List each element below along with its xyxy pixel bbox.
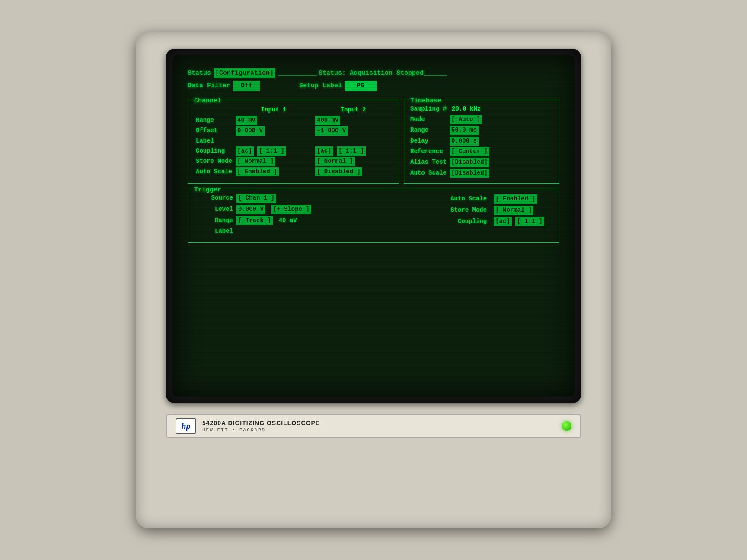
- ch-header-input2: Input 2: [313, 105, 393, 116]
- table-row: Auto Scale [ Enabled ] [ Disabled ]: [194, 167, 393, 177]
- data-filter-label: Data Filter: [188, 81, 230, 91]
- tb-delay-val: 0.000 s: [450, 137, 553, 146]
- tb-sampling-row: Sampling @ 20.0 kHz: [410, 105, 553, 114]
- channel-box: Channel Input 1 Input 2: [188, 100, 399, 184]
- trigger-box: Trigger Source [ Chan 1 ] Level 0.000 V: [188, 189, 559, 243]
- tb-mode-label: Mode: [410, 115, 447, 124]
- ch-header-input1: Input 1: [234, 105, 313, 116]
- setup-label-label: Setup Label: [299, 81, 342, 91]
- model-text: 54200A DIGITIZING OSCILLOSCOPE: [202, 420, 320, 426]
- trig-level-label: Level: [207, 205, 233, 214]
- trig-source-label: Source: [207, 194, 233, 203]
- sections-row: Channel Input 1 Input 2: [188, 100, 559, 184]
- tb-reference-row: Reference [ Center ]: [410, 147, 553, 156]
- trig-source-val: [ Chan 1 ]: [236, 194, 276, 203]
- tb-mode-val: [ Auto ]: [450, 115, 553, 124]
- tb-alias-label: Alias Test: [410, 158, 447, 167]
- table-row: Label: [194, 136, 393, 146]
- tb-autoscale-val: [Disabled]: [450, 169, 553, 178]
- trig-range-extra: 40 mV: [279, 216, 297, 226]
- trig-coupling-val: [ac] [ 1:1 ]: [494, 217, 544, 226]
- trig-range-val: [ Track ]: [236, 216, 273, 226]
- status-dashes2: ______: [424, 68, 447, 78]
- tb-range-label: Range: [410, 126, 447, 135]
- trig-autoscale-row: Auto Scale [ Enabled ]: [444, 194, 544, 204]
- trigger-right: Auto Scale [ Enabled ] Store Mode [ Norm…: [444, 194, 553, 238]
- tb-range-row: Range 50.0 ms: [410, 126, 553, 135]
- timebase-box: Timebase Sampling @ 20.0 kHz Mode [ Auto…: [404, 100, 559, 184]
- power-led: [562, 421, 571, 431]
- table-row: Offset 0.000 V -1.000 V: [194, 126, 393, 136]
- screen-bezel: Status [Configuration] __________ Status…: [166, 49, 581, 403]
- trigger-content: Source [ Chan 1 ] Level 0.000 V [+ Slope…: [194, 194, 553, 238]
- setup-label-val: PG: [345, 81, 377, 91]
- hp-logo-area: hp 54200A DIGITIZING OSCILLOSCOPE HEWLET…: [176, 418, 320, 434]
- trigger-title: Trigger: [192, 185, 223, 195]
- channel-title: Channel: [192, 96, 223, 106]
- tb-reference-val: [ Center ]: [450, 147, 553, 156]
- sampling-label: Sampling @: [410, 105, 447, 114]
- data-filter-val: Off: [233, 81, 260, 91]
- trig-range-row: Range [ Track ] 40 mV: [207, 216, 311, 226]
- status-row-1: Status [Configuration] __________ Status…: [188, 68, 559, 78]
- tb-autoscale-row: Auto Scale [Disabled]: [410, 169, 553, 178]
- channel-table: Input 1 Input 2 Range 40 mV 400 mV: [194, 105, 393, 177]
- hp-logo-text: hp: [181, 421, 190, 431]
- tb-delay-row: Delay 0.000 s: [410, 137, 553, 146]
- table-row: Store Mode [ Normal ] [ Normal ]: [194, 156, 393, 167]
- hp-logo: hp: [176, 418, 196, 434]
- tb-delay-label: Delay: [410, 137, 447, 146]
- trig-label-label: Label: [207, 227, 233, 236]
- monitor: Status [Configuration] __________ Status…: [136, 32, 611, 528]
- trig-coupling-label: Coupling: [444, 217, 487, 226]
- timebase-title: Timebase: [409, 96, 443, 106]
- tb-reference-label: Reference: [410, 147, 447, 156]
- trig-autoscale-label: Auto Scale: [444, 194, 487, 204]
- trig-slope-val: [+ Slope ]: [271, 205, 311, 214]
- status-row-2: Data Filter Off Setup Label PG: [188, 81, 559, 91]
- status-dashes1: __________: [278, 68, 317, 78]
- tb-alias-row: Alias Test [Disabled]: [410, 158, 553, 167]
- sampling-val: 20.0 kHz: [452, 105, 481, 114]
- screen-content: Status [Configuration] __________ Status…: [188, 68, 559, 243]
- tb-mode-row: Mode [ Auto ]: [410, 115, 553, 124]
- status-text: Status: Acquisition Stopped: [319, 68, 424, 78]
- trig-source-row: Source [ Chan 1 ]: [207, 194, 311, 203]
- hp-brand-text: 54200A DIGITIZING OSCILLOSCOPE HEWLETT •…: [202, 420, 320, 433]
- ch-header-empty: [194, 105, 234, 116]
- screen: Status [Configuration] __________ Status…: [172, 55, 575, 397]
- trig-storemode-val: [ Normal ]: [494, 206, 533, 215]
- trig-label-row: Label: [207, 227, 311, 236]
- tb-autoscale-label: Auto Scale: [410, 169, 447, 178]
- trig-level-val: 0.000 V: [236, 205, 265, 214]
- monitor-footer: hp 54200A DIGITIZING OSCILLOSCOPE HEWLET…: [166, 414, 581, 438]
- trig-storemode-row: Store Mode [ Normal ]: [444, 206, 544, 215]
- status-config: [Configuration]: [214, 68, 275, 78]
- tb-range-val: 50.0 ms: [450, 126, 553, 135]
- trig-level-row: Level 0.000 V [+ Slope ]: [207, 205, 311, 214]
- trig-storemode-label: Store Mode: [444, 206, 487, 215]
- table-row: Range 40 mV 400 mV: [194, 115, 393, 126]
- tb-alias-val: [Disabled]: [450, 158, 553, 167]
- table-row: Coupling [ac] [ 1:1 ] [ac] [ 1:1 ]: [194, 146, 393, 156]
- trigger-left: Source [ Chan 1 ] Level 0.000 V [+ Slope…: [194, 194, 311, 238]
- status-label: Status: [188, 68, 211, 78]
- trig-autoscale-val: [ Enabled ]: [494, 194, 537, 204]
- trig-range-label: Range: [207, 216, 233, 226]
- brand-text: HEWLETT • PACKARD: [202, 427, 320, 433]
- trig-coupling-row: Coupling [ac] [ 1:1 ]: [444, 217, 544, 226]
